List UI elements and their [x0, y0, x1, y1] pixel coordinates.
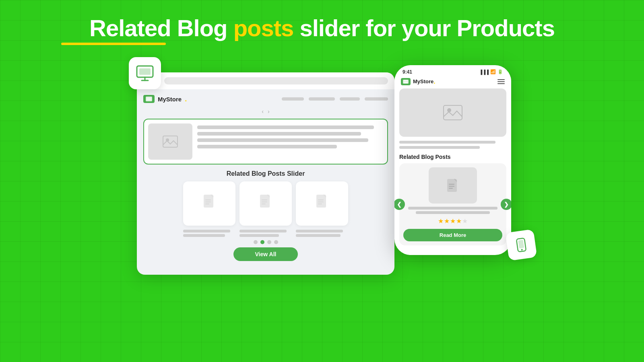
dot-3[interactable]: [267, 240, 271, 244]
ham-line-2: [497, 81, 505, 82]
title-highlight: posts: [233, 15, 294, 41]
view-all-button[interactable]: View All: [233, 247, 298, 261]
phone-product-image: [399, 88, 506, 137]
blog-card-2: [239, 181, 292, 226]
text-line-1: [197, 125, 374, 129]
hero-product-card: [143, 119, 388, 165]
blog-card-text-3: [296, 230, 348, 237]
phone-store-name: MyStore: [413, 78, 433, 84]
svg-rect-22: [444, 105, 462, 120]
title-text-part2: slider for your Products: [293, 15, 555, 41]
signal-icon: ▐▐▐: [479, 70, 489, 74]
svg-rect-4: [147, 99, 151, 100]
header-section: Related Blog posts slider for your Produ…: [0, 0, 644, 53]
svg-rect-24: [447, 179, 457, 192]
phone-slider-area: ❮: [394, 163, 511, 245]
browser-url-bar: [164, 77, 388, 84]
phone-related-label: Related Blog Posts: [394, 154, 511, 160]
mobile-mockup-wrapper: 9:41 ▐▐▐ 📶 🔋: [394, 65, 523, 255]
blog-cards-row: [143, 181, 388, 226]
star-2: ★: [444, 218, 450, 224]
card3-line1: [296, 230, 343, 232]
browser-topbar: [137, 72, 394, 89]
wifi-icon: 📶: [490, 69, 496, 74]
text-line-4: [197, 145, 337, 148]
phone-store-logo-icon: [403, 80, 409, 84]
phone-line-1: [399, 141, 495, 144]
svg-rect-15: [316, 195, 326, 208]
text-line-2: [197, 132, 361, 136]
mobile-phone: 9:41 ▐▐▐ 📶 🔋: [394, 65, 511, 255]
svg-rect-9: [205, 202, 211, 202]
phone-card-image-icon: [444, 178, 462, 193]
blog-cards-text-area: [143, 230, 388, 237]
document-icon-1: [200, 194, 218, 212]
ham-line-3: [497, 83, 505, 84]
doc-icon-3: [313, 194, 331, 213]
status-icons: ▐▐▐ 📶 🔋: [479, 69, 503, 74]
desktop-browser: MyStore. ‹ ›: [137, 72, 394, 275]
svg-rect-2: [146, 97, 152, 101]
card2-line1: [239, 230, 287, 232]
hamburger-menu-icon[interactable]: [497, 79, 505, 84]
ham-line-1: [497, 79, 505, 80]
svg-rect-13: [262, 202, 267, 202]
card2-line2: [239, 234, 279, 237]
star-1: ★: [438, 218, 444, 224]
document-icon-3: [313, 194, 331, 212]
image-placeholder-icon: [162, 134, 178, 150]
store-logo-icon: [146, 97, 152, 101]
dot-1[interactable]: [254, 240, 258, 244]
svg-rect-25: [449, 184, 454, 185]
svg-rect-20: [404, 80, 408, 81]
svg-rect-27: [449, 188, 453, 189]
title-text-part1: Related Blog: [89, 15, 233, 41]
svg-rect-7: [204, 195, 213, 208]
phone-header: MyStore.: [394, 76, 511, 88]
doc-icon-2: [257, 194, 275, 213]
star-rating: ★★★★★: [438, 217, 468, 225]
read-more-button[interactable]: Read More: [403, 229, 502, 241]
svg-rect-3: [147, 98, 151, 99]
desktop-mockup-wrapper: MyStore. ‹ ›: [121, 57, 402, 275]
next-arrow[interactable]: ›: [268, 108, 270, 115]
doc-icon-1: [200, 194, 218, 213]
desktop-nav-arrows: ‹ ›: [143, 108, 388, 115]
slider-arrow-right[interactable]: ❯: [501, 199, 511, 210]
nav-line-4: [365, 97, 388, 101]
blog-card-text-2: [239, 230, 292, 237]
svg-rect-5: [163, 136, 178, 147]
phone-line-2: [399, 146, 480, 149]
phone-store-dot: .: [433, 78, 435, 85]
blog-card-3: [296, 181, 348, 226]
svg-point-30: [521, 249, 523, 251]
dot-4[interactable]: [274, 240, 278, 244]
phone-badge-icon: [513, 237, 530, 253]
svg-rect-8: [205, 200, 211, 200]
svg-rect-11: [260, 195, 270, 208]
phone-store-logo: [401, 78, 411, 85]
page-title: Related Blog posts slider for your Produ…: [0, 15, 644, 41]
svg-rect-14: [262, 204, 266, 204]
svg-rect-19: [403, 80, 409, 84]
svg-point-23: [447, 108, 451, 112]
phone-text-lines: [394, 141, 511, 149]
card3-line2: [296, 234, 341, 237]
desktop-nav-lines: [282, 97, 388, 101]
dot-2-active[interactable]: [260, 240, 264, 244]
phone-card-title-line-1: [408, 207, 497, 210]
monitor-icon-badge: [129, 57, 161, 89]
store-logo-desktop: [143, 95, 155, 103]
desktop-store-name: MyStore: [158, 96, 182, 103]
product-text-lines: [197, 123, 383, 160]
product-image-placeholder: [148, 123, 192, 160]
prev-arrow[interactable]: ‹: [262, 108, 264, 115]
svg-rect-1: [139, 68, 151, 75]
content-wrapper: Related Blog posts slider for your Produ…: [0, 0, 644, 362]
browser-body: MyStore. ‹ ›: [137, 89, 394, 267]
phone-status-bar: 9:41 ▐▐▐ 📶 🔋: [394, 65, 511, 76]
phone-blog-card: ★★★★★ Read More: [399, 163, 506, 245]
pagination-dots: [143, 240, 388, 244]
svg-rect-12: [262, 200, 267, 200]
mockups-area: MyStore. ‹ ›: [0, 53, 644, 275]
